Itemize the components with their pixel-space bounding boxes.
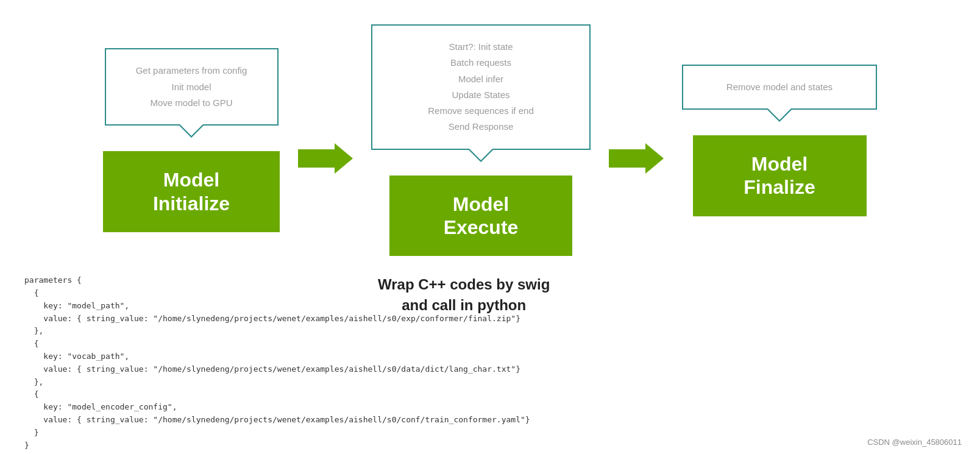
- wrap-text: Wrap C++ codes by swig and call in pytho…: [378, 274, 550, 315]
- step-finalize: Remove model and states ModelFinalize: [682, 65, 877, 216]
- pointer-down-inner-initialize: [180, 124, 203, 136]
- wrap-text-line1: Wrap C++ codes by swig: [378, 276, 550, 293]
- step-initialize: Get parameters from configInit modelMove…: [103, 48, 280, 232]
- box-label-initialize: ModelInitialize: [153, 169, 230, 214]
- callout-initialize: Get parameters from configInit modelMove…: [105, 48, 279, 126]
- arrow-2: [609, 140, 664, 177]
- arrow-svg-1: [298, 140, 353, 177]
- step-execute: Start?: Init stateBatch requestsModel in…: [371, 24, 591, 256]
- callout-text-execute: Start?: Init stateBatch requestsModel in…: [394, 39, 567, 135]
- box-label-finalize: ModelFinalize: [744, 153, 815, 198]
- arrow-1: [298, 140, 353, 177]
- diagram-section: Get parameters from configInit modelMove…: [0, 0, 980, 268]
- watermark-text: CSDN @weixin_45806011: [867, 438, 962, 447]
- watermark: CSDN @weixin_45806011: [867, 438, 962, 447]
- pointer-down-inner-finalize: [768, 108, 791, 120]
- bottom-section: parameters { { key: "model_path", value:…: [0, 268, 980, 454]
- green-box-finalize: ModelFinalize: [693, 135, 867, 216]
- callout-execute: Start?: Init stateBatch requestsModel in…: [371, 24, 591, 150]
- green-box-execute: ModelExecute: [389, 176, 572, 257]
- svg-marker-0: [298, 143, 353, 174]
- arrow-svg-2: [609, 140, 664, 177]
- callout-text-initialize: Get parameters from configInit modelMove…: [126, 63, 258, 111]
- box-label-execute: ModelExecute: [444, 193, 519, 238]
- green-box-initialize: ModelInitialize: [103, 151, 280, 232]
- pointer-down-inner-execute: [469, 149, 492, 160]
- callout-finalize: Remove model and states: [682, 65, 877, 110]
- callout-text-finalize: Remove model and states: [710, 79, 849, 95]
- wrap-text-line2: and call in python: [402, 297, 526, 313]
- svg-marker-1: [609, 143, 664, 174]
